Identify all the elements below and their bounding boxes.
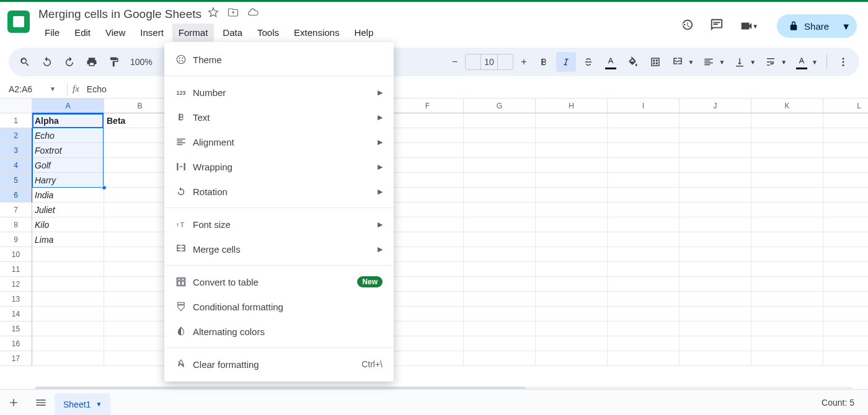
cell[interactable]: Golf: [32, 158, 104, 173]
cell[interactable]: [464, 351, 536, 366]
row-header[interactable]: 12: [0, 277, 32, 292]
borders-button[interactable]: [645, 52, 665, 72]
cell[interactable]: [823, 143, 868, 158]
cell[interactable]: [392, 143, 464, 158]
menu-item-alignment[interactable]: Alignment▶: [164, 129, 394, 154]
row-header[interactable]: 3: [0, 143, 32, 158]
name-box[interactable]: A2:A6 ▼: [0, 84, 62, 94]
cell[interactable]: [680, 351, 751, 366]
cell[interactable]: [751, 203, 823, 217]
cell[interactable]: Echo: [32, 128, 104, 143]
italic-button[interactable]: [556, 52, 576, 72]
menu-item-number[interactable]: 123Number▶: [164, 80, 394, 105]
cell[interactable]: [680, 277, 751, 292]
cell[interactable]: [823, 247, 868, 262]
cell[interactable]: Foxtrot: [32, 143, 104, 158]
cell[interactable]: [536, 203, 608, 217]
fill-color-button[interactable]: [623, 52, 643, 72]
cell[interactable]: [823, 262, 868, 277]
cell[interactable]: [464, 143, 536, 158]
cell[interactable]: [536, 173, 608, 188]
cell[interactable]: [608, 232, 680, 247]
cell[interactable]: [392, 262, 464, 277]
cell[interactable]: [608, 292, 680, 307]
chevron-down-icon[interactable]: ▼: [95, 401, 102, 408]
menu-item-wrapping[interactable]: Wrapping▶: [164, 154, 394, 179]
cell[interactable]: [680, 292, 751, 307]
cell[interactable]: Alpha: [32, 113, 104, 128]
cell[interactable]: [608, 128, 680, 143]
cell[interactable]: [536, 307, 608, 321]
cell[interactable]: [536, 351, 608, 366]
cell[interactable]: [608, 143, 680, 158]
cell[interactable]: [32, 321, 104, 336]
cell[interactable]: [536, 113, 608, 128]
cell[interactable]: [751, 307, 823, 321]
cell[interactable]: [680, 336, 751, 351]
paint-format-button[interactable]: [104, 52, 124, 72]
cell[interactable]: [464, 217, 536, 232]
cell[interactable]: [392, 203, 464, 217]
cell[interactable]: [608, 262, 680, 277]
cell[interactable]: [823, 336, 868, 351]
cell[interactable]: [392, 336, 464, 351]
cell[interactable]: [32, 292, 104, 307]
cell[interactable]: [608, 158, 680, 173]
cell[interactable]: [823, 188, 868, 203]
menu-item-conditional-formatting[interactable]: Conditional formatting: [164, 294, 394, 319]
cell[interactable]: [536, 247, 608, 262]
cell[interactable]: [464, 173, 536, 188]
cell[interactable]: [823, 203, 868, 217]
cell[interactable]: [751, 321, 823, 336]
cell[interactable]: [680, 307, 751, 321]
cell[interactable]: Kilo: [32, 217, 104, 232]
cell[interactable]: [536, 277, 608, 292]
zoom-level[interactable]: 100%: [126, 57, 156, 67]
sheets-logo[interactable]: [7, 11, 30, 33]
cell[interactable]: Lima: [32, 232, 104, 247]
cell[interactable]: [536, 336, 608, 351]
cell[interactable]: [823, 351, 868, 366]
undo-button[interactable]: [37, 52, 57, 72]
row-header[interactable]: 8: [0, 217, 32, 232]
menu-file[interactable]: File: [38, 24, 66, 42]
cell[interactable]: [680, 217, 751, 232]
cell[interactable]: [751, 277, 823, 292]
menu-tools[interactable]: Tools: [251, 24, 285, 42]
cell[interactable]: [464, 247, 536, 262]
cell[interactable]: [536, 232, 608, 247]
strikethrough-button[interactable]: [578, 52, 598, 72]
cell[interactable]: [392, 247, 464, 262]
menu-format[interactable]: Format: [172, 24, 215, 42]
cell[interactable]: [392, 173, 464, 188]
cell[interactable]: [751, 262, 823, 277]
cell[interactable]: [823, 232, 868, 247]
cell[interactable]: [464, 292, 536, 307]
cell[interactable]: [32, 277, 104, 292]
cell[interactable]: [464, 128, 536, 143]
cell[interactable]: [392, 321, 464, 336]
bold-button[interactable]: [534, 52, 554, 72]
cell[interactable]: [751, 292, 823, 307]
chevron-down-icon[interactable]: ▼: [688, 59, 694, 66]
cell[interactable]: [751, 113, 823, 128]
cell[interactable]: [680, 173, 751, 188]
column-header[interactable]: I: [608, 98, 680, 113]
cell[interactable]: [536, 143, 608, 158]
formula-input[interactable]: Echo: [87, 84, 107, 94]
menu-insert[interactable]: Insert: [134, 24, 170, 42]
row-header[interactable]: 1: [0, 113, 32, 128]
cell[interactable]: [392, 158, 464, 173]
cell[interactable]: [464, 307, 536, 321]
cell[interactable]: [464, 232, 536, 247]
column-header[interactable]: G: [464, 98, 536, 113]
add-sheet-button[interactable]: [0, 390, 27, 416]
cell[interactable]: [536, 188, 608, 203]
cell[interactable]: [536, 292, 608, 307]
cell[interactable]: [608, 336, 680, 351]
cell[interactable]: [608, 321, 680, 336]
cell[interactable]: [680, 128, 751, 143]
cell[interactable]: [608, 351, 680, 366]
text-rotation-button[interactable]: [792, 52, 812, 72]
menu-item-merge-cells[interactable]: Merge cells▶: [164, 237, 394, 261]
